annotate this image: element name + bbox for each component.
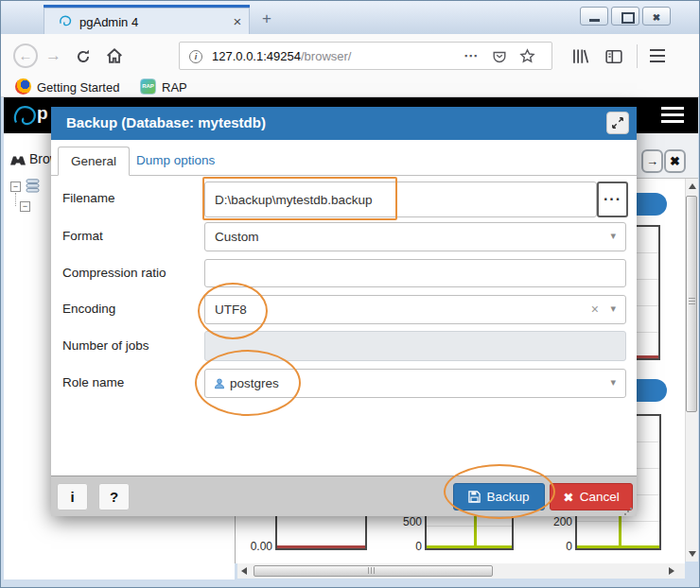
rap-bookmark-icon: RAP [140, 78, 156, 95]
menu-hamburger-icon[interactable] [650, 49, 665, 66]
ytick-label: 200 [537, 515, 572, 528]
pgadmin-logo [10, 102, 39, 129]
bookmark-rap[interactable]: RAP [162, 80, 187, 95]
browser-window: pgAdmin 4 × + ✖ ← → i 127.0.0.1:49254/br… [0, 0, 700, 588]
panel-close-button[interactable]: ✖ [664, 149, 686, 173]
library-icon[interactable] [571, 47, 589, 65]
annotation-ellipse-role [195, 350, 301, 416]
servers-group-icon[interactable] [26, 179, 40, 193]
tab-title: pgAdmin 4 [79, 15, 138, 29]
chevron-down-icon: ▾ [610, 230, 616, 242]
tab-dump-options[interactable]: Dump options [136, 153, 215, 167]
pgadmin-favicon [58, 14, 73, 29]
dialog-title: Backup (Database: mytestdb) [66, 114, 266, 130]
jobs-label: Number of jobs [62, 338, 202, 353]
ytick-label: 0.00 [237, 540, 272, 553]
help-button[interactable]: ? [98, 483, 130, 510]
dialog-resize-grip[interactable] [624, 508, 632, 515]
reload-icon[interactable] [75, 48, 92, 65]
chart-line-green [577, 545, 659, 548]
restore-icon [621, 12, 635, 24]
filename-label: Filename [62, 191, 202, 205]
role-label: Role name [62, 375, 202, 389]
sidebar-toggle-icon[interactable] [605, 48, 622, 65]
tree-collapse-icon[interactable]: − [10, 182, 21, 192]
window-restore-button[interactable] [611, 7, 639, 26]
toolbar-separator [637, 44, 638, 68]
close-icon: ✖ [653, 12, 660, 23]
scroll-right-icon[interactable] [669, 567, 674, 575]
chevron-down-icon: ▾ [610, 376, 616, 389]
scroll-left-icon[interactable] [241, 567, 247, 575]
tree-collapse-icon-child[interactable]: − [20, 201, 30, 212]
annotation-ellipse-backup [444, 464, 555, 519]
dialog-header[interactable]: Backup (Database: mytestdb) [51, 107, 637, 140]
file-browse-button[interactable]: ··· [597, 182, 628, 217]
window-close-button[interactable]: ✖ [642, 7, 671, 26]
ytick-label: 0 [398, 540, 422, 553]
scroll-down-icon[interactable] [689, 551, 696, 557]
scroll-thumb-grip [689, 298, 695, 306]
clear-icon[interactable]: × [591, 302, 599, 317]
pocket-icon[interactable] [492, 49, 507, 64]
encoding-label: Encoding [62, 302, 202, 316]
tab-close-icon[interactable]: × [230, 13, 245, 29]
minimize-icon [589, 19, 600, 22]
url-text: 127.0.0.1:49254/browser/ [212, 49, 351, 63]
new-tab-button[interactable]: + [262, 9, 271, 28]
tree-connector [15, 193, 16, 206]
tab-general[interactable]: General [58, 147, 130, 176]
cancel-button[interactable]: ✖ Cancel [550, 483, 633, 510]
annotation-rect-filename [202, 177, 397, 220]
window-minimize-button[interactable] [580, 7, 608, 26]
forward-button[interactable]: → [45, 46, 61, 65]
pgadmin-menu-icon[interactable] [661, 107, 684, 127]
format-value: Custom [215, 230, 259, 244]
bookmark-star-icon[interactable] [519, 48, 535, 64]
home-icon[interactable] [106, 47, 123, 64]
url-path: /browser/ [301, 49, 351, 63]
dialog-tabbar: General Dump options [51, 140, 637, 176]
back-button[interactable]: ← [13, 43, 38, 68]
pgadmin-brand-text: p [37, 103, 48, 124]
bookmark-getting-started[interactable]: Getting Started [37, 80, 119, 95]
scroll-up-icon[interactable] [689, 183, 696, 189]
chevron-down-icon: ▾ [610, 303, 616, 315]
binoculars-icon [10, 153, 26, 166]
annotation-ellipse-encoding [198, 283, 268, 339]
page-actions-icon[interactable]: ⋯ [464, 47, 479, 64]
format-label: Format [62, 229, 202, 243]
compression-input[interactable] [204, 259, 626, 287]
compression-label: Compression ratio [62, 266, 202, 280]
url-host: 127.0.0.1:49254 [212, 49, 301, 63]
backup-dialog: Backup (Database: mytestdb) General Dump… [51, 107, 637, 516]
sql-info-button[interactable]: i [57, 483, 88, 510]
firefox-bookmark-icon [15, 78, 31, 95]
cancel-button-label: Cancel [580, 490, 620, 504]
ytick-label: 0 [549, 540, 572, 553]
chart-line-red [277, 545, 365, 548]
url-bar[interactable]: i 127.0.0.1:49254/browser/ ⋯ [179, 42, 552, 70]
dialog-maximize-button[interactable] [606, 112, 629, 134]
site-info-icon[interactable]: i [189, 50, 202, 63]
browser-tab[interactable]: pgAdmin 4 × [44, 8, 250, 34]
panel-detach-button[interactable]: → [641, 149, 663, 173]
scroll-thumb-grip [368, 567, 376, 574]
chart-line-green [427, 545, 512, 548]
cancel-x-icon: ✖ [563, 490, 573, 505]
expand-icon [611, 116, 624, 130]
ytick-label: 500 [387, 515, 422, 528]
format-select[interactable]: Custom▾ [204, 222, 626, 251]
